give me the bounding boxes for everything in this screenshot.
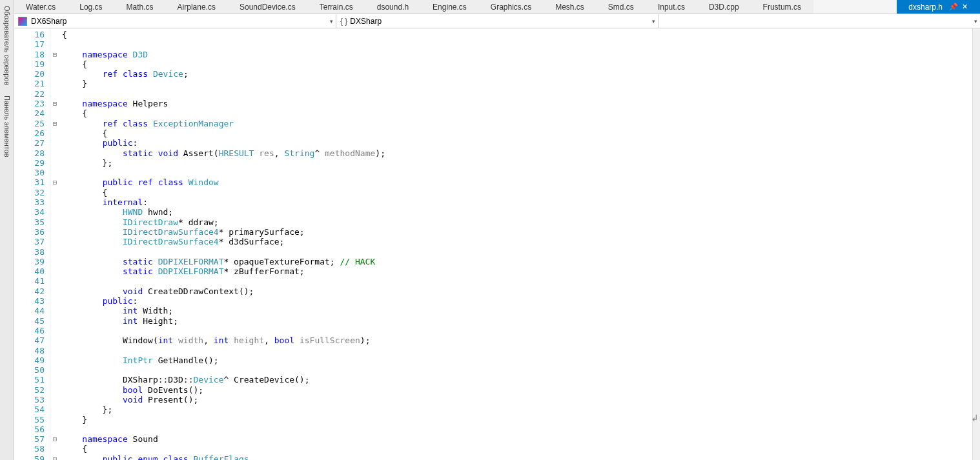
nav-bar: DX6Sharp ▾ { } DXSharp ▾ ▾ (14, 14, 980, 28)
vertical-scrollbar[interactable]: ↲ (972, 28, 980, 460)
project-dropdown[interactable]: DX6Sharp ▾ (14, 14, 336, 28)
file-tab-strip: Water.csLog.csMath.csAirplane.csSoundDev… (14, 0, 980, 14)
file-tab[interactable]: Mesh.cs (544, 0, 597, 14)
code-line[interactable]: IDirectDrawSurface4* primarySurface; (62, 227, 972, 237)
code-line[interactable]: int Width; (62, 306, 972, 315)
code-line[interactable]: IntPtr GetHandle(); (62, 355, 972, 365)
code-line[interactable]: } (62, 415, 972, 425)
code-line[interactable]: static void Assert(HRESULT res, String^ … (62, 148, 972, 158)
fold-toggle[interactable]: ⊟ (53, 455, 57, 460)
project-name: DX6Sharp (31, 17, 66, 26)
fold-gutter[interactable]: ⊟⊟⊟⊟⊟⊟ (50, 28, 59, 460)
line-number-gutter: 1617181920212223242526272829303132333435… (14, 28, 50, 460)
file-tab[interactable]: Engine.cs (421, 0, 479, 14)
code-line[interactable] (62, 425, 972, 434)
code-line[interactable]: static DDPIXELFORMAT* zBufferFormat; (62, 266, 972, 276)
code-line[interactable]: HWND hwnd; (62, 207, 972, 217)
code-area[interactable]: { namespace D3D { ref class Device; } na… (59, 28, 972, 460)
file-tab[interactable]: dsound.h (365, 0, 421, 14)
code-line[interactable]: public: (62, 138, 972, 148)
main: Water.csLog.csMath.csAirplane.csSoundDev… (14, 0, 980, 460)
chevron-down-icon: ▾ (974, 18, 977, 25)
code-line[interactable]: { (62, 444, 972, 454)
namespace-icon: { } (340, 17, 347, 26)
code-editor[interactable]: 1617181920212223242526272829303132333435… (14, 28, 980, 460)
code-line[interactable] (62, 276, 972, 286)
file-tab[interactable]: D3D.cpp (697, 0, 751, 14)
file-tab[interactable]: Input.cs (646, 0, 697, 14)
code-line[interactable] (62, 39, 972, 49)
fold-toggle[interactable]: ⊟ (53, 50, 57, 59)
code-line[interactable]: public ref class Window (62, 177, 972, 187)
code-line[interactable]: { (62, 108, 972, 118)
code-line[interactable]: }; (62, 158, 972, 168)
code-line[interactable]: Window(int width, int height, bool isFul… (62, 335, 972, 345)
fold-toggle[interactable]: ⊟ (53, 435, 57, 443)
code-line[interactable]: public enum class BufferFlags (62, 454, 972, 460)
code-line[interactable]: DXSharp::D3D::Device^ CreateDevice(); (62, 375, 972, 385)
chevron-down-icon: ▾ (652, 18, 655, 25)
side-rail: Обозреватель серверов Панель элементов (0, 0, 14, 460)
code-line[interactable]: { (62, 59, 972, 69)
code-line[interactable]: { (62, 188, 972, 197)
code-line[interactable]: IDirectDrawSurface4* d3dSurface; (62, 237, 972, 246)
code-line[interactable] (62, 365, 972, 375)
code-line[interactable] (62, 168, 972, 177)
code-line[interactable]: ref class Device; (62, 69, 972, 79)
code-line[interactable]: void Present(); (62, 395, 972, 405)
file-tab[interactable]: Log.cs (68, 0, 114, 14)
code-line[interactable]: { (62, 30, 972, 39)
toolbox-tab[interactable]: Панель элементов (1, 92, 13, 161)
pin-icon[interactable]: 📌 (949, 3, 958, 11)
server-explorer-tab[interactable]: Обозреватель серверов (1, 3, 13, 88)
file-tab[interactable]: Frustum.cs (751, 0, 813, 14)
code-line[interactable]: }; (62, 405, 972, 414)
file-tab[interactable]: Graphics.cs (479, 0, 544, 14)
fold-toggle[interactable]: ⊟ (53, 178, 57, 186)
code-line[interactable]: public: (62, 296, 972, 306)
fold-toggle[interactable]: ⊟ (53, 119, 57, 128)
code-line[interactable]: IDirectDraw* ddraw; (62, 217, 972, 227)
code-line[interactable] (62, 89, 972, 99)
file-tab[interactable]: dxsharp.h📌✕ (897, 0, 980, 14)
code-line[interactable]: } (62, 79, 972, 88)
fold-toggle[interactable]: ⊟ (53, 99, 57, 108)
code-line[interactable]: namespace D3D (62, 50, 972, 59)
code-line[interactable]: namespace Sound (62, 434, 972, 444)
code-line[interactable]: { (62, 128, 972, 138)
file-tab[interactable]: SoundDevice.cs (228, 0, 308, 14)
file-tab[interactable]: Smd.cs (597, 0, 646, 14)
code-line[interactable]: static DDPIXELFORMAT* opaqueTextureForma… (62, 257, 972, 266)
file-tab[interactable]: Water.cs (14, 0, 68, 14)
code-line[interactable]: int Height; (62, 316, 972, 326)
code-line[interactable]: void CreateDDrawContext(); (62, 286, 972, 296)
file-tab[interactable]: Math.cs (115, 0, 166, 14)
project-icon (18, 17, 27, 26)
member-dropdown[interactable]: ▾ (658, 14, 980, 28)
scope-dropdown[interactable]: { } DXSharp ▾ (336, 14, 658, 28)
code-line[interactable] (62, 326, 972, 335)
code-line[interactable]: internal: (62, 197, 972, 207)
code-line[interactable] (62, 346, 972, 355)
code-line[interactable] (62, 247, 972, 257)
code-line[interactable]: namespace Helpers (62, 99, 972, 108)
close-icon[interactable]: ✕ (962, 3, 968, 11)
file-tab[interactable]: Airplane.cs (166, 0, 228, 14)
scope-name: DXSharp (350, 17, 382, 26)
chevron-down-icon: ▾ (330, 18, 333, 25)
code-line[interactable]: ref class ExceptionManager (62, 119, 972, 128)
file-tab[interactable]: Terrain.cs (308, 0, 365, 14)
overflow-glyph: ↲ (971, 413, 979, 423)
code-line[interactable]: bool DoEvents(); (62, 385, 972, 395)
